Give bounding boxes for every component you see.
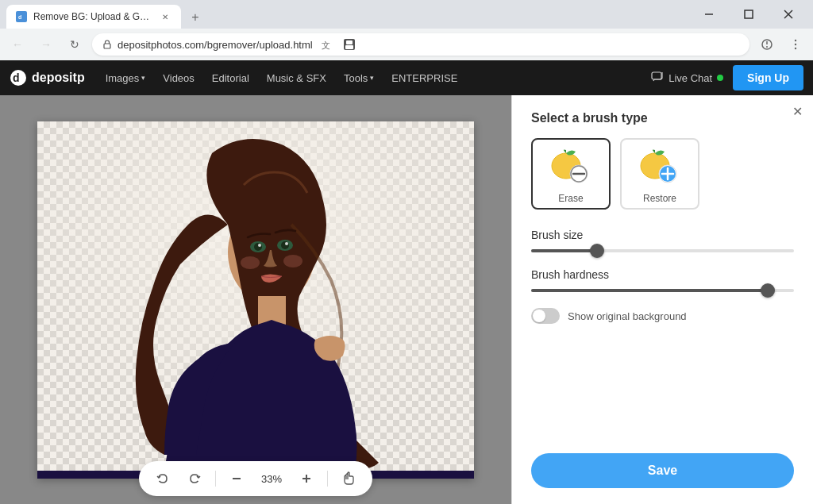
close-button[interactable] bbox=[770, 2, 807, 27]
show-original-toggle[interactable] bbox=[531, 308, 560, 324]
images-arrow-icon: ▾ bbox=[141, 74, 145, 82]
extensions-button[interactable] bbox=[756, 33, 778, 56]
erase-brush-option[interactable]: Erase bbox=[531, 138, 611, 210]
chat-icon bbox=[651, 71, 664, 84]
svg-text:文: 文 bbox=[322, 40, 330, 50]
svg-point-16 bbox=[795, 48, 796, 49]
nav-item-tools[interactable]: Tools ▾ bbox=[336, 60, 382, 95]
svg-point-31 bbox=[283, 255, 302, 267]
address-bar-input[interactable]: depositphotos.com/bgremover/upload.html … bbox=[92, 33, 749, 56]
signup-button[interactable]: Sign Up bbox=[733, 65, 803, 90]
subject-image bbox=[37, 121, 474, 479]
address-icons: 文 bbox=[318, 35, 359, 54]
logo-icon: d bbox=[10, 69, 27, 87]
brush-size-slider[interactable] bbox=[531, 249, 794, 252]
editor-area: 33% bbox=[0, 95, 511, 504]
nav-editorial-label: Editorial bbox=[212, 72, 249, 84]
nav-item-images[interactable]: Images ▾ bbox=[98, 60, 154, 95]
zoom-out-icon bbox=[230, 472, 243, 485]
profile-icon[interactable] bbox=[340, 35, 359, 54]
restore-label: Restore bbox=[643, 193, 676, 204]
svg-point-26 bbox=[254, 243, 262, 251]
brush-hardness-thumb[interactable] bbox=[761, 283, 775, 298]
tab-favicon: d bbox=[16, 11, 27, 22]
maximize-button[interactable] bbox=[730, 2, 767, 27]
zoom-in-button[interactable] bbox=[295, 467, 318, 490]
woman-svg bbox=[37, 121, 474, 479]
toolbar-separator-2 bbox=[327, 471, 328, 487]
back-button[interactable]: ← bbox=[6, 33, 29, 56]
reload-button[interactable]: ↻ bbox=[64, 33, 86, 56]
nav-item-enterprise[interactable]: ENTERPRISE bbox=[383, 60, 465, 95]
save-button[interactable]: Save bbox=[531, 453, 794, 488]
menu-button[interactable] bbox=[784, 33, 807, 56]
erase-icon bbox=[549, 144, 593, 188]
brush-type-options: Erase bbox=[531, 138, 794, 210]
nav-item-editorial[interactable]: Editorial bbox=[204, 60, 257, 95]
app-navigation: d depositp Images ▾ Videos Editorial Mus… bbox=[0, 60, 813, 95]
svg-point-27 bbox=[281, 241, 289, 249]
svg-point-13 bbox=[766, 46, 768, 48]
lock-icon bbox=[102, 39, 113, 50]
svg-point-14 bbox=[795, 40, 796, 41]
svg-rect-6 bbox=[104, 44, 110, 48]
brush-size-fill bbox=[531, 249, 597, 252]
logo-text: depositp bbox=[32, 71, 85, 85]
live-chat-label: Live Chat bbox=[669, 72, 712, 84]
minimize-button[interactable] bbox=[691, 2, 727, 27]
nav-images-label: Images bbox=[106, 72, 140, 84]
brush-size-thumb[interactable] bbox=[590, 244, 604, 258]
title-bar: d Remove BG: Upload & Get T... ✕ + bbox=[0, 0, 813, 29]
svg-point-15 bbox=[795, 44, 796, 45]
zoom-out-button[interactable] bbox=[225, 467, 248, 490]
panel-close-button[interactable]: ✕ bbox=[788, 102, 807, 121]
erase-label: Erase bbox=[558, 193, 583, 204]
nav-music-label: Music & SFX bbox=[267, 72, 326, 84]
tab-close-button[interactable]: ✕ bbox=[159, 10, 171, 23]
window-controls bbox=[691, 2, 807, 27]
panel-title: Select a brush type bbox=[531, 111, 794, 125]
svg-rect-10 bbox=[345, 45, 353, 49]
nav-tools-label: Tools bbox=[344, 72, 368, 84]
editor-canvas[interactable] bbox=[37, 121, 474, 479]
right-panel: ✕ Select a brush type bbox=[511, 95, 813, 504]
panel-content: Select a brush type bbox=[512, 95, 813, 453]
brush-hardness-section: Brush hardness bbox=[531, 268, 794, 292]
svg-rect-9 bbox=[346, 40, 353, 44]
bottom-toolbar: 33% bbox=[139, 461, 372, 496]
svg-text:d: d bbox=[13, 71, 20, 84]
active-tab[interactable]: d Remove BG: Upload & Get T... ✕ bbox=[6, 5, 181, 29]
zoom-in-icon bbox=[300, 472, 313, 485]
svg-rect-3 bbox=[745, 10, 753, 18]
nav-right: Live Chat Sign Up bbox=[651, 65, 803, 90]
show-original-label: Show original background bbox=[568, 310, 687, 322]
new-tab-button[interactable]: + bbox=[184, 6, 206, 29]
undo-icon bbox=[156, 472, 169, 485]
undo-button[interactable] bbox=[152, 467, 174, 490]
restore-icon bbox=[638, 144, 682, 188]
logo[interactable]: d depositp bbox=[10, 69, 85, 87]
svg-point-30 bbox=[241, 256, 260, 269]
zoom-level: 33% bbox=[257, 473, 286, 485]
nav-item-music[interactable]: Music & SFX bbox=[259, 60, 334, 95]
save-button-wrapper: Save bbox=[512, 453, 813, 504]
brush-size-label: Brush size bbox=[531, 229, 794, 241]
toolbar-separator-1 bbox=[215, 471, 216, 487]
hand-tool-button[interactable] bbox=[337, 467, 360, 490]
nav-enterprise-label: ENTERPRISE bbox=[391, 72, 457, 84]
brush-hardness-slider[interactable] bbox=[531, 289, 794, 292]
nav-items: Images ▾ Videos Editorial Music & SFX To… bbox=[98, 60, 466, 95]
show-original-row: Show original background bbox=[531, 308, 794, 324]
svg-text:d: d bbox=[18, 14, 21, 20]
live-chat-button[interactable]: Live Chat bbox=[651, 71, 723, 84]
hand-icon bbox=[341, 471, 356, 486]
live-dot bbox=[717, 75, 723, 81]
forward-button[interactable]: → bbox=[35, 33, 57, 56]
brush-hardness-fill bbox=[531, 289, 768, 292]
redo-button[interactable] bbox=[183, 467, 206, 490]
address-bar: ← → ↻ depositphotos.com/bgremover/upload… bbox=[0, 29, 813, 60]
brush-size-section: Brush size bbox=[531, 229, 794, 252]
nav-item-videos[interactable]: Videos bbox=[155, 60, 202, 95]
restore-brush-option[interactable]: Restore bbox=[620, 138, 699, 210]
translate-icon[interactable]: 文 bbox=[318, 35, 337, 54]
